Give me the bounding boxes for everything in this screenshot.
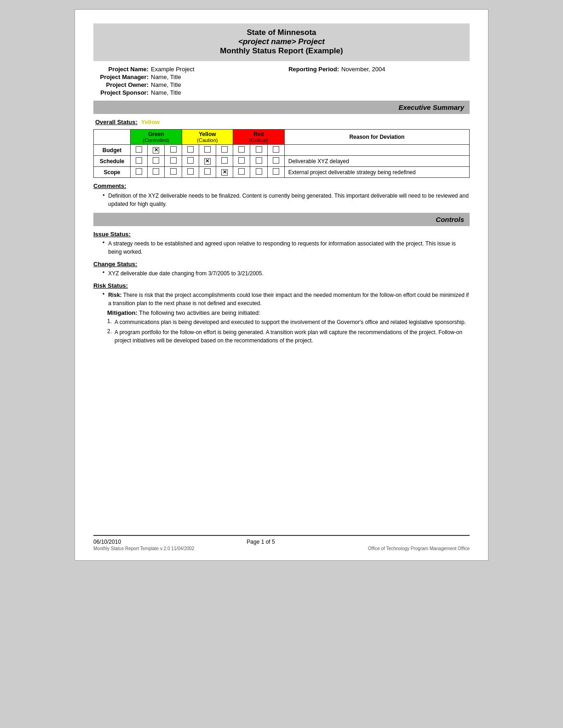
green-checkbox-cell: [148, 145, 165, 156]
checkbox-unchecked: [153, 157, 159, 164]
project-info-left: Project Name: Example Project Project Ma…: [93, 66, 279, 96]
checkbox-checked: [204, 158, 211, 165]
yellow-checkbox-cell: [199, 145, 216, 156]
project-sponsor-value: Name, Title: [151, 89, 181, 96]
project-name-label: Project Name:: [93, 66, 149, 73]
mitigation-intro-text: The following two activities are being i…: [138, 309, 260, 316]
reporting-period-value: November, 2004: [341, 66, 385, 73]
checkbox-checked: [153, 147, 159, 154]
risk-status-label: Risk Status:: [93, 282, 470, 289]
checkbox-unchecked: [170, 168, 177, 175]
checkbox-unchecked: [136, 157, 142, 164]
issue-status-section: Issue Status: •A strategy needs to be es…: [93, 231, 470, 256]
status-table-row: Budget: [94, 145, 470, 156]
checkbox-unchecked: [221, 146, 228, 153]
comment-item: ▪Definition of the XYZ deliverable needs…: [103, 192, 470, 208]
checkbox-unchecked: [170, 146, 177, 153]
th-red: Red (Critical): [233, 130, 285, 145]
th-yellow: Yellow (Caution): [182, 130, 233, 145]
reason-cell: [284, 145, 469, 156]
bullet-symbol: •: [103, 269, 104, 278]
checkbox-unchecked: [256, 146, 262, 153]
mitigation-item: 1.A communications plan is being develop…: [107, 318, 470, 326]
risk-bold-label: Risk:: [108, 292, 121, 298]
yellow-checkbox-cell: [199, 167, 216, 178]
checkbox-unchecked: [153, 168, 159, 175]
green-checkbox-cell: [131, 145, 148, 156]
controls-title: Controls: [436, 216, 464, 223]
project-info: Project Name: Example Project Project Ma…: [93, 66, 470, 96]
row-label: Schedule: [94, 156, 131, 167]
issue-list: •A strategy needs to be established and …: [93, 239, 470, 256]
red-checkbox-cell: [233, 145, 250, 156]
yellow-checkbox-cell: [182, 145, 199, 156]
status-table: Green (Controlled) Yellow (Caution) Red …: [93, 129, 470, 178]
yellow-checkbox-cell: [216, 145, 233, 156]
yellow-checkbox-cell: [216, 156, 233, 167]
checkbox-unchecked: [136, 168, 142, 175]
header-banner: State of Minnesota <project name> Projec…: [93, 23, 470, 61]
red-checkbox-cell: [233, 156, 250, 167]
red-checkbox-cell: [267, 167, 284, 178]
red-checkbox-cell: [233, 167, 250, 178]
row-label: Budget: [94, 145, 131, 156]
comments-section: Comments: ▪Definition of the XYZ deliver…: [93, 182, 470, 208]
footer-date: 06/10/2010: [93, 539, 121, 545]
green-checkbox-cell: [131, 167, 148, 178]
checkbox-unchecked: [187, 146, 194, 153]
checkbox-unchecked: [187, 168, 194, 175]
risk-text: There is risk that the project accomplis…: [108, 292, 469, 307]
project-info-right: Reporting Period: November, 2004: [284, 66, 470, 96]
mitigation-text: A program portfolio for the follow-on ef…: [115, 328, 470, 345]
th-green: Green (Controlled): [131, 130, 182, 145]
checkbox-unchecked: [187, 157, 194, 164]
comments-list: ▪Definition of the XYZ deliverable needs…: [93, 192, 470, 208]
overall-status-label: Overall Status:: [95, 119, 138, 125]
green-checkbox-cell: [148, 156, 165, 167]
footer-template: Monthly Status Report Template v 2.0 11/…: [93, 546, 194, 551]
risk-status-section: Risk Status: • Risk: There is risk that …: [93, 282, 470, 345]
issue-text: A strategy needs to be established and a…: [108, 239, 470, 256]
project-owner-row: Project Owner: Name, Title: [93, 81, 279, 88]
state-title: State of Minnesota: [103, 28, 460, 37]
reason-cell: External project deliverable strategy be…: [284, 167, 469, 178]
th-reason: Reason for Deviation: [284, 130, 469, 145]
project-name-italic: <project name> Project: [238, 37, 325, 46]
checkbox-unchecked: [238, 157, 245, 164]
status-table-row: ScheduleDeliverable XYZ delayed: [94, 156, 470, 167]
row-label: Scope: [94, 167, 131, 178]
checkbox-checked: [221, 169, 228, 176]
green-checkbox-cell: [131, 156, 148, 167]
red-checkbox-cell: [250, 167, 267, 178]
report-title: Monthly Status Report (Example): [103, 46, 460, 56]
project-manager-label: Project Manager:: [93, 74, 149, 80]
red-checkbox-cell: [250, 156, 267, 167]
project-manager-value: Name, Title: [151, 74, 181, 80]
overall-status-value: Yellow: [141, 119, 160, 125]
risk-bullet-symbol: •: [103, 291, 104, 307]
executive-summary-title: Executive Summary: [398, 103, 464, 111]
change-item: •XYZ deliverable due date changing from …: [103, 269, 470, 278]
yellow-checkbox-cell: [182, 156, 199, 167]
mitigation-intro-row: Mitigation: The following two activities…: [107, 309, 470, 316]
mitigation-bold: Mitigation:: [107, 309, 138, 316]
checkbox-unchecked: [273, 168, 279, 175]
checkbox-unchecked: [221, 157, 228, 164]
checkbox-unchecked: [273, 146, 279, 153]
checkbox-unchecked: [273, 157, 279, 164]
change-status-section: Change Status: •XYZ deliverable due date…: [93, 261, 470, 278]
checkbox-unchecked: [136, 146, 142, 153]
mitigation-item: 2.A program portfolio for the follow-on …: [107, 328, 470, 345]
footer-top-row: 06/10/2010 Page 1 of 5: [93, 539, 470, 545]
controls-banner: Controls: [93, 213, 470, 226]
executive-summary-banner: Executive Summary: [93, 101, 470, 114]
status-table-row: ScopeExternal project deliverable strate…: [94, 167, 470, 178]
green-checkbox-cell: [148, 167, 165, 178]
checkbox-unchecked: [256, 168, 262, 175]
mitigation-list: 1.A communications plan is being develop…: [93, 318, 470, 345]
numbered-symbol: 2.: [107, 328, 112, 345]
numbered-symbol: 1.: [107, 318, 112, 326]
bullet-symbol: •: [103, 239, 104, 256]
issue-status-label: Issue Status:: [93, 231, 470, 238]
comment-text: Definition of the XYZ deliverable needs …: [108, 192, 470, 208]
